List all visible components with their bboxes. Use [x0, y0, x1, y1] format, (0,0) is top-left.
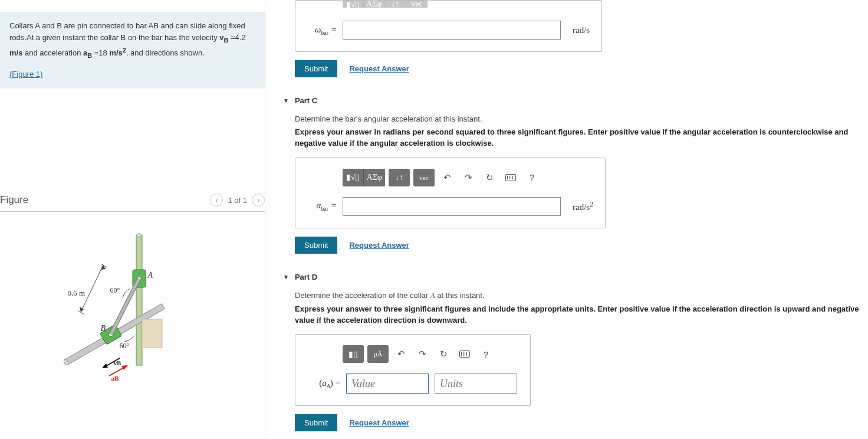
- tb-reset-icon[interactable]: ↻: [435, 346, 452, 362]
- partC-answer-box: ▮√▯ ΑΣφ ↓↑ vec ↶ ↷ ↻ ? αbar =: [295, 158, 606, 228]
- partD-value-input[interactable]: [346, 374, 429, 394]
- tb-templates-icon[interactable]: ▮√▯: [343, 169, 364, 186]
- tb-vec-icon[interactable]: vec: [406, 1, 428, 8]
- partD-units-input[interactable]: [435, 374, 517, 394]
- partD-hint: Express your answer to three significant…: [295, 304, 862, 326]
- problem-text: Collars A and B are pin connected to bar…: [9, 21, 245, 42]
- figure-B-label: B: [101, 324, 106, 333]
- partB-var-label: ωbar =: [310, 25, 337, 36]
- svg-rect-0: [136, 235, 142, 365]
- partD-answer-box: ▮▯ μÅ ↶ ↷ ↻ ? (aA) =: [295, 334, 531, 406]
- partB-unit-label: rad/s: [573, 25, 590, 35]
- partC-header[interactable]: ▼ Part C: [271, 86, 862, 110]
- figure-link[interactable]: (Figure 1): [9, 70, 42, 78]
- partC-hint: Express your answer in radians per secon…: [295, 127, 862, 149]
- partB-answer-box: ▮√▯ΑΣφ↓↑vec ωbar = rad/s: [295, 0, 602, 52]
- tb-undo-icon[interactable]: ↶: [392, 346, 410, 362]
- partC-answer-input[interactable]: [343, 197, 561, 216]
- tb-help-icon[interactable]: ?: [523, 169, 541, 186]
- figure-angle1-label: 60°: [110, 286, 120, 295]
- partC-var-label: αbar =: [310, 201, 337, 212]
- partB-answer-input[interactable]: [343, 21, 561, 40]
- tb-greek-icon[interactable]: ΑΣφ: [364, 169, 385, 186]
- figure-next-button[interactable]: ›: [252, 194, 265, 207]
- figure-vB-label: vB: [114, 359, 121, 366]
- tb-keyboard-icon[interactable]: [456, 346, 474, 362]
- tb-keyboard-icon[interactable]: [502, 169, 520, 186]
- partC-unit-label: rad/s2: [573, 200, 593, 212]
- figure-prev-button[interactable]: ‹: [210, 194, 223, 207]
- tb-reset-icon[interactable]: ↻: [481, 169, 498, 186]
- collapse-icon: ▼: [283, 97, 289, 104]
- collapse-icon: ▼: [283, 274, 289, 280]
- tb-templates-icon[interactable]: ▮√▯: [343, 1, 364, 8]
- tb-redo-icon[interactable]: ↷: [459, 169, 477, 186]
- figure-header: Figure ‹ 1 of 1 ›: [0, 189, 265, 212]
- tb-arrows-icon[interactable]: ↓↑: [389, 169, 410, 186]
- tb-units-icon[interactable]: μÅ: [367, 345, 389, 363]
- tb-greek-icon[interactable]: ΑΣφ: [364, 1, 385, 8]
- figure-aB-label: aB: [111, 375, 119, 382]
- svg-marker-14: [101, 265, 106, 270]
- partD-header[interactable]: ▼ Part D: [271, 262, 862, 286]
- partC-submit-button[interactable]: Submit: [295, 237, 337, 254]
- figure-diagram: 0.6 m 60° 60° A B vB aB: [44, 230, 221, 395]
- partD-submit-button[interactable]: Submit: [295, 414, 337, 431]
- partC-request-answer-link[interactable]: Request Answer: [349, 241, 409, 250]
- svg-marker-19: [121, 365, 128, 370]
- svg-rect-4: [142, 319, 162, 348]
- tb-redo-icon[interactable]: ↷: [413, 346, 431, 362]
- figure-angle2-label: 60°: [120, 342, 130, 350]
- figure-title: Figure: [0, 194, 28, 206]
- figure-A-label: A: [148, 271, 153, 280]
- problem-statement: Collars A and B are pin connected to bar…: [0, 12, 265, 89]
- partB-submit-button[interactable]: Submit: [295, 60, 337, 77]
- tb-help-icon[interactable]: ?: [477, 346, 495, 362]
- partC-title: Part C: [295, 96, 317, 105]
- svg-marker-17: [102, 363, 108, 368]
- partC-prompt: Determine the bar's angular acceleration…: [295, 114, 862, 123]
- partD-title: Part D: [295, 273, 317, 281]
- svg-point-1: [136, 234, 142, 237]
- figure-counter: 1 of 1: [228, 196, 247, 205]
- partD-request-answer-link[interactable]: Request Answer: [349, 418, 409, 427]
- partB-request-answer-link[interactable]: Request Answer: [349, 64, 409, 73]
- tb-arrows-icon[interactable]: ↓↑: [385, 1, 406, 8]
- tb-frac-icon[interactable]: ▮▯: [343, 345, 364, 363]
- partD-var-label: (aA) =: [310, 378, 340, 389]
- partD-prompt: Determine the acceleration of the collar…: [295, 291, 862, 300]
- figure-dim-label: 0.6 m: [68, 289, 86, 298]
- tb-vec-icon[interactable]: vec: [413, 169, 435, 186]
- tb-undo-icon[interactable]: ↶: [438, 169, 456, 186]
